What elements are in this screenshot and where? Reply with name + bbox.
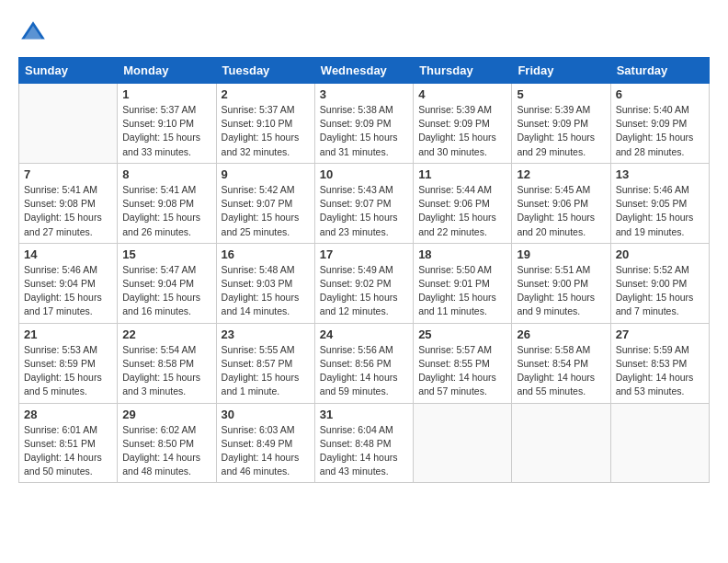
col-header-sunday: Sunday <box>19 58 118 84</box>
cell-info: Sunrise: 5:45 AM Sunset: 9:06 PM Dayligh… <box>517 183 605 239</box>
cell-1-5: 4Sunrise: 5:39 AM Sunset: 9:09 PM Daylig… <box>414 84 512 164</box>
col-header-wednesday: Wednesday <box>314 58 413 84</box>
cell-4-3: 23Sunrise: 5:55 AM Sunset: 8:57 PM Dayli… <box>216 323 314 403</box>
cell-info: Sunrise: 5:56 AM Sunset: 8:56 PM Dayligh… <box>320 343 408 399</box>
cell-5-6 <box>512 403 610 483</box>
day-number: 31 <box>320 408 408 421</box>
day-number: 13 <box>616 167 704 181</box>
cell-2-2: 8Sunrise: 5:41 AM Sunset: 9:08 PM Daylig… <box>118 163 216 243</box>
col-header-monday: Monday <box>118 58 216 84</box>
cell-info: Sunrise: 5:54 AM Sunset: 8:58 PM Dayligh… <box>122 343 210 399</box>
cell-2-6: 12Sunrise: 5:45 AM Sunset: 9:06 PM Dayli… <box>512 163 610 243</box>
cell-2-7: 13Sunrise: 5:46 AM Sunset: 9:05 PM Dayli… <box>610 163 709 243</box>
day-number: 4 <box>418 87 506 101</box>
cell-info: Sunrise: 6:02 AM Sunset: 8:50 PM Dayligh… <box>122 423 210 479</box>
cell-4-5: 25Sunrise: 5:57 AM Sunset: 8:55 PM Dayli… <box>414 323 512 403</box>
day-number: 5 <box>517 87 605 101</box>
day-number: 28 <box>24 408 112 421</box>
cell-1-3: 2Sunrise: 5:37 AM Sunset: 9:10 PM Daylig… <box>216 84 314 164</box>
day-number: 27 <box>616 327 704 341</box>
cell-2-5: 11Sunrise: 5:44 AM Sunset: 9:06 PM Dayli… <box>414 163 512 243</box>
cell-info: Sunrise: 6:03 AM Sunset: 8:49 PM Dayligh… <box>222 423 310 479</box>
cell-info: Sunrise: 5:46 AM Sunset: 9:05 PM Dayligh… <box>616 183 704 239</box>
day-number: 26 <box>517 327 605 341</box>
cell-3-5: 18Sunrise: 5:50 AM Sunset: 9:01 PM Dayli… <box>414 243 512 323</box>
week-row-1: 1Sunrise: 5:37 AM Sunset: 9:10 PM Daylig… <box>19 84 710 164</box>
cell-info: Sunrise: 5:38 AM Sunset: 9:09 PM Dayligh… <box>320 103 408 159</box>
cell-info: Sunrise: 6:04 AM Sunset: 8:48 PM Dayligh… <box>320 423 408 479</box>
week-row-4: 21Sunrise: 5:53 AM Sunset: 8:59 PM Dayli… <box>19 323 710 403</box>
cell-1-1 <box>19 84 118 164</box>
cell-info: Sunrise: 6:01 AM Sunset: 8:51 PM Dayligh… <box>24 423 112 479</box>
cell-info: Sunrise: 5:42 AM Sunset: 9:07 PM Dayligh… <box>222 183 310 239</box>
cell-5-4: 31Sunrise: 6:04 AM Sunset: 8:48 PM Dayli… <box>314 403 413 483</box>
cell-2-4: 10Sunrise: 5:43 AM Sunset: 9:07 PM Dayli… <box>314 163 413 243</box>
day-number: 16 <box>222 247 310 261</box>
cell-5-1: 28Sunrise: 6:01 AM Sunset: 8:51 PM Dayli… <box>19 403 118 483</box>
cell-4-1: 21Sunrise: 5:53 AM Sunset: 8:59 PM Dayli… <box>19 323 118 403</box>
day-number: 22 <box>122 327 210 341</box>
cell-info: Sunrise: 5:46 AM Sunset: 9:04 PM Dayligh… <box>24 263 112 319</box>
cell-info: Sunrise: 5:59 AM Sunset: 8:53 PM Dayligh… <box>616 343 704 399</box>
day-number: 18 <box>418 247 506 261</box>
day-number: 7 <box>24 167 112 181</box>
page-header <box>18 18 710 48</box>
day-number: 6 <box>616 87 704 101</box>
col-header-thursday: Thursday <box>414 58 512 84</box>
day-number: 12 <box>517 167 605 181</box>
cell-info: Sunrise: 5:43 AM Sunset: 9:07 PM Dayligh… <box>320 183 408 239</box>
day-number: 30 <box>222 408 310 421</box>
cell-info: Sunrise: 5:49 AM Sunset: 9:02 PM Dayligh… <box>320 263 408 319</box>
day-number: 3 <box>320 87 408 101</box>
cell-info: Sunrise: 5:40 AM Sunset: 9:09 PM Dayligh… <box>616 103 704 159</box>
cell-info: Sunrise: 5:39 AM Sunset: 9:09 PM Dayligh… <box>418 103 506 159</box>
cell-1-6: 5Sunrise: 5:39 AM Sunset: 9:09 PM Daylig… <box>512 84 610 164</box>
col-header-tuesday: Tuesday <box>216 58 314 84</box>
cell-4-4: 24Sunrise: 5:56 AM Sunset: 8:56 PM Dayli… <box>314 323 413 403</box>
cell-info: Sunrise: 5:48 AM Sunset: 9:03 PM Dayligh… <box>222 263 310 319</box>
day-number: 17 <box>320 247 408 261</box>
cell-info: Sunrise: 5:41 AM Sunset: 9:08 PM Dayligh… <box>24 183 112 239</box>
week-row-5: 28Sunrise: 6:01 AM Sunset: 8:51 PM Dayli… <box>19 403 710 483</box>
cell-info: Sunrise: 5:37 AM Sunset: 9:10 PM Dayligh… <box>122 103 210 159</box>
cell-3-3: 16Sunrise: 5:48 AM Sunset: 9:03 PM Dayli… <box>216 243 314 323</box>
cell-4-6: 26Sunrise: 5:58 AM Sunset: 8:54 PM Dayli… <box>512 323 610 403</box>
cell-info: Sunrise: 5:51 AM Sunset: 9:00 PM Dayligh… <box>517 263 605 319</box>
day-number: 20 <box>616 247 704 261</box>
cell-2-3: 9Sunrise: 5:42 AM Sunset: 9:07 PM Daylig… <box>216 163 314 243</box>
cell-2-1: 7Sunrise: 5:41 AM Sunset: 9:08 PM Daylig… <box>19 163 118 243</box>
logo-icon <box>18 18 48 48</box>
day-number: 19 <box>517 247 605 261</box>
cell-info: Sunrise: 5:55 AM Sunset: 8:57 PM Dayligh… <box>222 343 310 399</box>
cell-1-2: 1Sunrise: 5:37 AM Sunset: 9:10 PM Daylig… <box>118 84 216 164</box>
calendar-table: SundayMondayTuesdayWednesdayThursdayFrid… <box>18 57 710 483</box>
cell-info: Sunrise: 5:37 AM Sunset: 9:10 PM Dayligh… <box>222 103 310 159</box>
week-row-2: 7Sunrise: 5:41 AM Sunset: 9:08 PM Daylig… <box>19 163 710 243</box>
day-number: 29 <box>122 408 210 421</box>
cell-info: Sunrise: 5:52 AM Sunset: 9:00 PM Dayligh… <box>616 263 704 319</box>
day-number: 25 <box>418 327 506 341</box>
header-row: SundayMondayTuesdayWednesdayThursdayFrid… <box>19 58 710 84</box>
day-number: 15 <box>122 247 210 261</box>
cell-info: Sunrise: 5:47 AM Sunset: 9:04 PM Dayligh… <box>122 263 210 319</box>
cell-5-7 <box>610 403 709 483</box>
cell-info: Sunrise: 5:53 AM Sunset: 8:59 PM Dayligh… <box>24 343 112 399</box>
cell-3-6: 19Sunrise: 5:51 AM Sunset: 9:00 PM Dayli… <box>512 243 610 323</box>
col-header-saturday: Saturday <box>610 58 709 84</box>
cell-3-4: 17Sunrise: 5:49 AM Sunset: 9:02 PM Dayli… <box>314 243 413 323</box>
day-number: 11 <box>418 167 506 181</box>
week-row-3: 14Sunrise: 5:46 AM Sunset: 9:04 PM Dayli… <box>19 243 710 323</box>
cell-info: Sunrise: 5:57 AM Sunset: 8:55 PM Dayligh… <box>418 343 506 399</box>
day-number: 8 <box>122 167 210 181</box>
cell-3-2: 15Sunrise: 5:47 AM Sunset: 9:04 PM Dayli… <box>118 243 216 323</box>
day-number: 24 <box>320 327 408 341</box>
cell-3-1: 14Sunrise: 5:46 AM Sunset: 9:04 PM Dayli… <box>19 243 118 323</box>
day-number: 9 <box>222 167 310 181</box>
cell-info: Sunrise: 5:41 AM Sunset: 9:08 PM Dayligh… <box>122 183 210 239</box>
cell-info: Sunrise: 5:39 AM Sunset: 9:09 PM Dayligh… <box>517 103 605 159</box>
col-header-friday: Friday <box>512 58 610 84</box>
cell-info: Sunrise: 5:50 AM Sunset: 9:01 PM Dayligh… <box>418 263 506 319</box>
cell-5-5 <box>414 403 512 483</box>
cell-5-2: 29Sunrise: 6:02 AM Sunset: 8:50 PM Dayli… <box>118 403 216 483</box>
day-number: 2 <box>222 87 310 101</box>
